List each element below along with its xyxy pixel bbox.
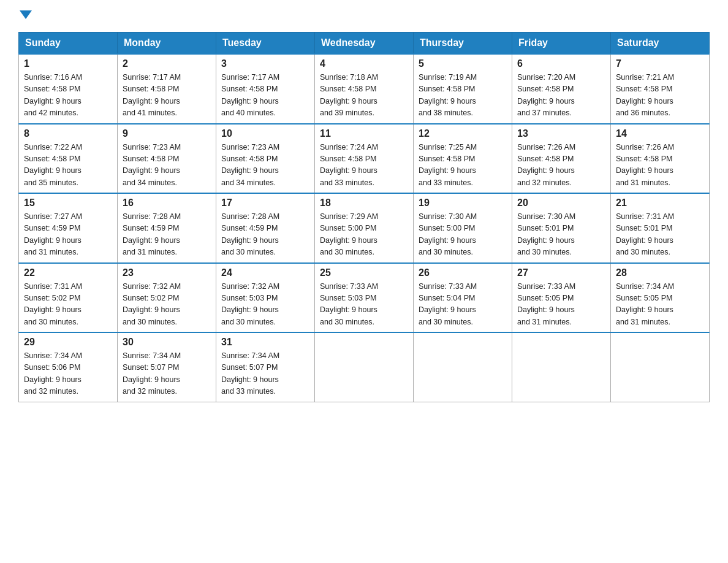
day-cell: 14 Sunrise: 7:26 AM Sunset: 4:58 PM Dayl… — [611, 124, 710, 194]
day-info: Sunrise: 7:18 AM Sunset: 4:58 PM Dayligh… — [320, 72, 408, 120]
header-cell-wednesday: Wednesday — [315, 33, 414, 55]
day-cell — [315, 332, 414, 402]
day-cell: 31 Sunrise: 7:34 AM Sunset: 5:07 PM Dayl… — [216, 332, 315, 402]
day-number: 5 — [419, 58, 507, 69]
day-cell: 26 Sunrise: 7:33 AM Sunset: 5:04 PM Dayl… — [414, 263, 512, 333]
day-cell: 19 Sunrise: 7:30 AM Sunset: 5:00 PM Dayl… — [414, 193, 512, 263]
day-cell: 20 Sunrise: 7:30 AM Sunset: 5:01 PM Dayl… — [512, 193, 611, 263]
logo-triangle-icon — [20, 10, 32, 19]
day-number: 17 — [221, 197, 309, 209]
day-number: 2 — [123, 58, 211, 69]
day-cell: 1 Sunrise: 7:16 AM Sunset: 4:58 PM Dayli… — [19, 54, 118, 124]
day-info: Sunrise: 7:16 AM Sunset: 4:58 PM Dayligh… — [24, 72, 112, 120]
day-number: 14 — [616, 128, 704, 139]
day-info: Sunrise: 7:34 AM Sunset: 5:07 PM Dayligh… — [123, 350, 211, 398]
logo — [18, 12, 32, 21]
day-info: Sunrise: 7:28 AM Sunset: 4:59 PM Dayligh… — [123, 211, 211, 259]
day-info: Sunrise: 7:30 AM Sunset: 5:00 PM Dayligh… — [419, 211, 507, 259]
day-cell: 9 Sunrise: 7:23 AM Sunset: 4:58 PM Dayli… — [118, 124, 216, 194]
day-cell: 24 Sunrise: 7:32 AM Sunset: 5:03 PM Dayl… — [216, 263, 315, 333]
day-cell: 5 Sunrise: 7:19 AM Sunset: 4:58 PM Dayli… — [414, 54, 512, 124]
day-cell: 23 Sunrise: 7:32 AM Sunset: 5:02 PM Dayl… — [118, 263, 216, 333]
day-info: Sunrise: 7:33 AM Sunset: 5:03 PM Dayligh… — [320, 281, 408, 329]
day-cell: 28 Sunrise: 7:34 AM Sunset: 5:05 PM Dayl… — [611, 263, 710, 333]
day-info: Sunrise: 7:27 AM Sunset: 4:59 PM Dayligh… — [24, 211, 112, 259]
day-info: Sunrise: 7:22 AM Sunset: 4:58 PM Dayligh… — [24, 142, 112, 190]
day-cell: 27 Sunrise: 7:33 AM Sunset: 5:05 PM Dayl… — [512, 263, 611, 333]
header-cell-friday: Friday — [512, 33, 611, 55]
day-number: 23 — [123, 267, 211, 278]
day-info: Sunrise: 7:32 AM Sunset: 5:03 PM Dayligh… — [221, 281, 309, 329]
day-info: Sunrise: 7:31 AM Sunset: 5:01 PM Dayligh… — [616, 211, 704, 259]
day-cell: 18 Sunrise: 7:29 AM Sunset: 5:00 PM Dayl… — [315, 193, 414, 263]
calendar-body: 1 Sunrise: 7:16 AM Sunset: 4:58 PM Dayli… — [19, 54, 710, 402]
day-info: Sunrise: 7:23 AM Sunset: 4:58 PM Dayligh… — [123, 142, 211, 190]
day-number: 8 — [24, 128, 112, 139]
day-cell: 30 Sunrise: 7:34 AM Sunset: 5:07 PM Dayl… — [118, 332, 216, 402]
header-cell-tuesday: Tuesday — [216, 33, 315, 55]
day-number: 3 — [221, 58, 309, 69]
day-number: 21 — [616, 197, 704, 209]
day-cell: 10 Sunrise: 7:23 AM Sunset: 4:58 PM Dayl… — [216, 124, 315, 194]
header-cell-thursday: Thursday — [414, 33, 512, 55]
day-number: 18 — [320, 197, 408, 209]
header-cell-monday: Monday — [118, 33, 216, 55]
day-number: 22 — [24, 267, 112, 278]
day-cell: 25 Sunrise: 7:33 AM Sunset: 5:03 PM Dayl… — [315, 263, 414, 333]
day-info: Sunrise: 7:29 AM Sunset: 5:00 PM Dayligh… — [320, 211, 408, 259]
header — [18, 12, 710, 21]
day-info: Sunrise: 7:21 AM Sunset: 4:58 PM Dayligh… — [616, 72, 704, 120]
day-cell: 21 Sunrise: 7:31 AM Sunset: 5:01 PM Dayl… — [611, 193, 710, 263]
day-number: 4 — [320, 58, 408, 69]
day-cell — [512, 332, 611, 402]
page: SundayMondayTuesdayWednesdayThursdayFrid… — [0, 0, 728, 415]
day-number: 1 — [24, 58, 112, 69]
header-cell-saturday: Saturday — [611, 33, 710, 55]
day-info: Sunrise: 7:25 AM Sunset: 4:58 PM Dayligh… — [419, 142, 507, 190]
day-number: 7 — [616, 58, 704, 69]
day-cell: 4 Sunrise: 7:18 AM Sunset: 4:58 PM Dayli… — [315, 54, 414, 124]
day-number: 29 — [24, 337, 112, 348]
day-number: 20 — [517, 197, 605, 209]
day-number: 30 — [123, 337, 211, 348]
day-number: 25 — [320, 267, 408, 278]
day-info: Sunrise: 7:34 AM Sunset: 5:06 PM Dayligh… — [24, 350, 112, 398]
day-cell: 13 Sunrise: 7:26 AM Sunset: 4:58 PM Dayl… — [512, 124, 611, 194]
day-number: 24 — [221, 267, 309, 278]
day-cell: 7 Sunrise: 7:21 AM Sunset: 4:58 PM Dayli… — [611, 54, 710, 124]
day-cell: 29 Sunrise: 7:34 AM Sunset: 5:06 PM Dayl… — [19, 332, 118, 402]
day-info: Sunrise: 7:26 AM Sunset: 4:58 PM Dayligh… — [517, 142, 605, 190]
week-row-1: 8 Sunrise: 7:22 AM Sunset: 4:58 PM Dayli… — [19, 124, 710, 194]
day-cell: 2 Sunrise: 7:17 AM Sunset: 4:58 PM Dayli… — [118, 54, 216, 124]
day-number: 11 — [320, 128, 408, 139]
day-info: Sunrise: 7:17 AM Sunset: 4:58 PM Dayligh… — [221, 72, 309, 120]
day-info: Sunrise: 7:28 AM Sunset: 4:59 PM Dayligh… — [221, 211, 309, 259]
day-number: 27 — [517, 267, 605, 278]
day-info: Sunrise: 7:26 AM Sunset: 4:58 PM Dayligh… — [616, 142, 704, 190]
day-info: Sunrise: 7:34 AM Sunset: 5:05 PM Dayligh… — [616, 281, 704, 329]
day-info: Sunrise: 7:33 AM Sunset: 5:05 PM Dayligh… — [517, 281, 605, 329]
day-info: Sunrise: 7:33 AM Sunset: 5:04 PM Dayligh… — [419, 281, 507, 329]
day-cell: 3 Sunrise: 7:17 AM Sunset: 4:58 PM Dayli… — [216, 54, 315, 124]
day-info: Sunrise: 7:23 AM Sunset: 4:58 PM Dayligh… — [221, 142, 309, 190]
day-number: 12 — [419, 128, 507, 139]
day-number: 13 — [517, 128, 605, 139]
day-number: 16 — [123, 197, 211, 209]
day-cell: 16 Sunrise: 7:28 AM Sunset: 4:59 PM Dayl… — [118, 193, 216, 263]
day-cell: 8 Sunrise: 7:22 AM Sunset: 4:58 PM Dayli… — [19, 124, 118, 194]
day-cell: 12 Sunrise: 7:25 AM Sunset: 4:58 PM Dayl… — [414, 124, 512, 194]
day-info: Sunrise: 7:32 AM Sunset: 5:02 PM Dayligh… — [123, 281, 211, 329]
day-number: 31 — [221, 337, 309, 348]
day-cell: 11 Sunrise: 7:24 AM Sunset: 4:58 PM Dayl… — [315, 124, 414, 194]
day-cell: 6 Sunrise: 7:20 AM Sunset: 4:58 PM Dayli… — [512, 54, 611, 124]
day-number: 10 — [221, 128, 309, 139]
day-info: Sunrise: 7:34 AM Sunset: 5:07 PM Dayligh… — [221, 350, 309, 398]
day-info: Sunrise: 7:24 AM Sunset: 4:58 PM Dayligh… — [320, 142, 408, 190]
week-row-3: 22 Sunrise: 7:31 AM Sunset: 5:02 PM Dayl… — [19, 263, 710, 333]
day-info: Sunrise: 7:19 AM Sunset: 4:58 PM Dayligh… — [419, 72, 507, 120]
day-info: Sunrise: 7:20 AM Sunset: 4:58 PM Dayligh… — [517, 72, 605, 120]
day-cell: 15 Sunrise: 7:27 AM Sunset: 4:59 PM Dayl… — [19, 193, 118, 263]
day-number: 9 — [123, 128, 211, 139]
calendar-table: SundayMondayTuesdayWednesdayThursdayFrid… — [18, 32, 710, 402]
day-cell: 17 Sunrise: 7:28 AM Sunset: 4:59 PM Dayl… — [216, 193, 315, 263]
